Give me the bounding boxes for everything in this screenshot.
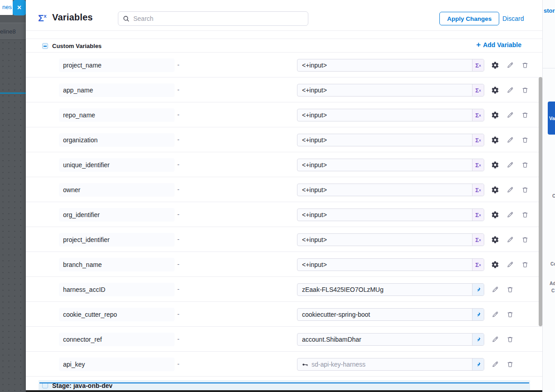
variable-delete-button[interactable] (521, 86, 529, 94)
variable-value: <+input> (302, 87, 327, 94)
variable-name[interactable]: api_key (59, 358, 175, 371)
runtime-input-toggle[interactable]: Σx (472, 259, 484, 271)
variable-name[interactable]: owner (59, 183, 175, 197)
variable-name[interactable]: connector_ref (59, 333, 175, 346)
variable-value-input[interactable]: zEaak-FLS425IEO7OLzMUg (297, 283, 484, 296)
variable-edit-button[interactable] (491, 335, 499, 344)
row-actions (491, 53, 529, 77)
pipelines-link-partial[interactable]: nes (2, 4, 12, 10)
variable-value-input[interactable]: <+input> Σx (297, 159, 484, 171)
variable-settings-button[interactable] (491, 111, 499, 119)
history-link-partial[interactable]: stor (544, 7, 555, 14)
variable-name[interactable]: branch_name (59, 258, 175, 271)
row-actions (491, 202, 529, 227)
variable-value-input[interactable]: <+input> Σx (297, 59, 484, 72)
variable-value-input[interactable]: <+input> Σx (297, 109, 484, 121)
variable-name[interactable]: organization (59, 133, 175, 147)
variable-name[interactable]: org_identifier (59, 208, 175, 222)
variable-delete-button[interactable] (506, 310, 514, 319)
variable-edit-button[interactable] (506, 236, 514, 244)
runtime-input-toggle[interactable]: Σx (472, 134, 484, 146)
variable-delete-button[interactable] (521, 61, 529, 69)
variable-name[interactable]: harness_accID (59, 283, 175, 296)
runtime-input-toggle[interactable]: Σx (472, 159, 484, 171)
variable-settings-button[interactable] (491, 161, 499, 169)
variables-side-tab-partial[interactable]: Va (548, 102, 555, 135)
variable-settings-button[interactable] (491, 61, 499, 69)
variable-row: unique_identifier - <+input> Σx (26, 152, 542, 177)
variable-delete-button[interactable] (521, 161, 529, 169)
variable-delete-button[interactable] (521, 136, 529, 144)
variable-edit-button[interactable] (506, 211, 514, 219)
variable-edit-button[interactable] (506, 186, 514, 194)
variable-value: <+input> (302, 211, 327, 218)
variable-edit-button[interactable] (491, 286, 499, 294)
pin-fixed-value-toggle[interactable] (472, 334, 484, 345)
vertical-scrollbar[interactable] (539, 77, 542, 326)
variable-edit-button[interactable] (506, 111, 514, 119)
variable-name[interactable]: project_name (59, 58, 175, 72)
variable-settings-button[interactable] (491, 211, 499, 219)
runtime-input-toggle[interactable]: Σx (472, 84, 484, 96)
runtime-input-toggle[interactable]: Σx (472, 109, 484, 121)
row-actions (491, 227, 529, 252)
variable-delete-button[interactable] (521, 111, 529, 119)
variable-row: connector_ref - account.ShibamDhar (26, 327, 542, 352)
variable-value-input[interactable]: <+input> Σx (297, 208, 484, 221)
variable-edit-button[interactable] (506, 86, 514, 94)
variable-value-input[interactable]: sd-api-key-harness (297, 358, 484, 371)
variable-settings-button[interactable] (491, 261, 499, 269)
variable-delete-button[interactable] (506, 286, 514, 294)
variable-name[interactable]: project_identifier (59, 233, 175, 247)
variable-edit-button[interactable] (506, 136, 514, 144)
variable-delete-button[interactable] (521, 261, 529, 269)
variable-settings-button[interactable] (491, 186, 499, 194)
close-drawer-button[interactable]: × (13, 0, 26, 15)
variable-delete-button[interactable] (506, 360, 514, 368)
runtime-input-toggle[interactable]: Σx (472, 234, 484, 246)
row-actions (491, 152, 529, 177)
collapse-minus-icon[interactable] (42, 382, 48, 388)
variable-edit-button[interactable] (491, 360, 499, 368)
variable-value: zEaak-FLS425IEO7OLzMUg (302, 286, 384, 293)
variable-settings-button[interactable] (491, 86, 499, 94)
runtime-input-toggle[interactable]: Σx (472, 184, 484, 196)
variable-settings-button[interactable] (491, 236, 499, 244)
key-icon (302, 361, 308, 368)
variable-edit-button[interactable] (491, 310, 499, 319)
variable-name[interactable]: app_name (59, 83, 175, 97)
variable-description-dash: - (177, 236, 180, 243)
variable-delete-button[interactable] (506, 335, 514, 344)
variable-name[interactable]: cookie_cutter_repo (59, 308, 175, 321)
runtime-input-toggle[interactable]: Σx (472, 209, 484, 221)
pin-fixed-value-toggle[interactable] (472, 284, 484, 295)
variable-value-input[interactable]: <+input> Σx (297, 184, 484, 196)
apply-changes-button[interactable]: Apply Changes (439, 12, 499, 25)
pin-fixed-value-toggle[interactable] (472, 358, 484, 370)
screen: nes × eline8 Σx Variables Apply Changes … (0, 0, 555, 392)
collapse-minus-icon[interactable] (42, 43, 48, 49)
pin-fixed-value-toggle[interactable] (472, 309, 484, 320)
discard-button[interactable]: Discard (502, 12, 524, 25)
variable-value-input[interactable]: cookiecutter-spring-boot (297, 308, 484, 321)
variable-value-input[interactable]: <+input> Σx (297, 233, 484, 246)
variable-edit-button[interactable] (506, 161, 514, 169)
add-variable-button[interactable]: + Add Variable (476, 40, 521, 49)
variable-delete-button[interactable] (521, 211, 529, 219)
variable-row: branch_name - <+input> Σx (26, 252, 542, 277)
variable-name[interactable]: repo_name (59, 108, 175, 122)
search-input[interactable] (133, 15, 297, 22)
pipeline-tab-label: eline8 (0, 28, 16, 35)
variable-edit-button[interactable] (506, 261, 514, 269)
variable-value-input[interactable]: <+input> Σx (297, 258, 484, 271)
variable-value-input[interactable]: <+input> Σx (297, 84, 484, 97)
pipeline-tab-partial[interactable]: eline8 (0, 23, 26, 40)
variable-value-input[interactable]: <+input> Σx (297, 134, 484, 146)
variable-edit-button[interactable] (506, 61, 514, 69)
variable-value-input[interactable]: account.ShibamDhar (297, 333, 484, 346)
variable-name[interactable]: unique_identifier (59, 158, 175, 172)
runtime-input-toggle[interactable]: Σx (472, 59, 484, 71)
variable-delete-button[interactable] (521, 236, 529, 244)
variable-settings-button[interactable] (491, 136, 499, 144)
variable-delete-button[interactable] (521, 186, 529, 194)
